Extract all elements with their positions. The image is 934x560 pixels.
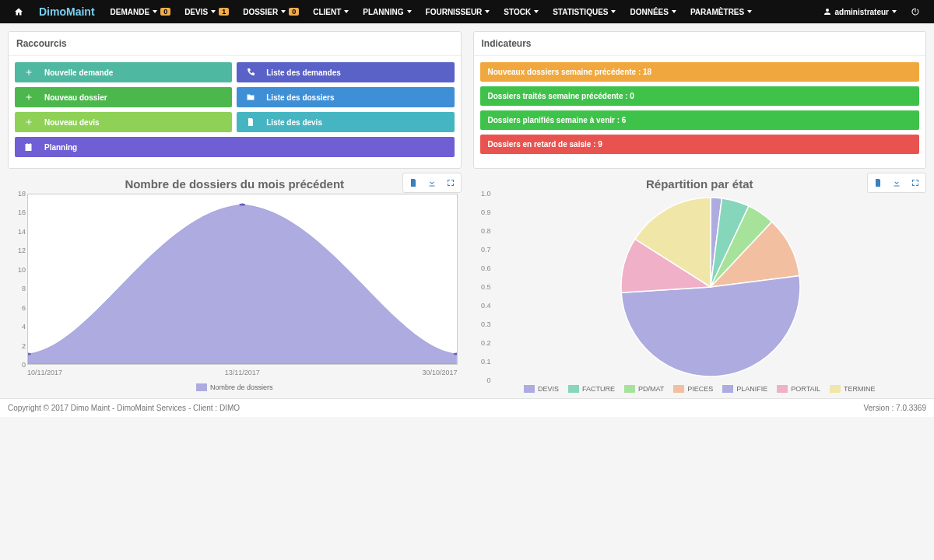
document-icon <box>243 117 258 127</box>
chart-toolbar <box>402 173 462 193</box>
nav-label: PARAMÈTRES <box>690 8 744 16</box>
plus-icon <box>21 117 37 127</box>
panel-body: Nouvelle demande Liste des demandes Nouv… <box>9 56 461 168</box>
btn-label: Liste des dossiers <box>266 93 334 102</box>
btn-label: Planning <box>44 143 77 152</box>
planning-button[interactable]: Planning <box>15 137 455 157</box>
nav-label: CLIENT <box>313 8 341 16</box>
plot <box>27 194 458 365</box>
nav-demande[interactable]: DEMANDE0 <box>104 0 177 23</box>
pie-plot-svg <box>520 194 878 380</box>
chevron-down-icon <box>407 10 412 13</box>
nav-badge: 0 <box>289 8 299 16</box>
chart-area: 024681012141618 10/11/2017 13/11/2017 30… <box>8 194 462 380</box>
btn-label: Liste des devis <box>266 118 322 127</box>
indicator-dossiers-planifies[interactable]: Dossiers planifiés semaine à venir : 6 <box>480 110 920 130</box>
nav-parametres[interactable]: PARAMÈTRES <box>684 0 758 23</box>
nav-label: DONNÉES <box>630 8 668 16</box>
fullscreen-button[interactable] <box>908 176 923 190</box>
chart-title: Répartition par état <box>473 173 927 194</box>
nav-badge: 1 <box>219 8 229 16</box>
area-plot-svg <box>28 194 457 364</box>
nav-fournisseur[interactable]: FOURNISSEUR <box>420 0 497 23</box>
pie-wrap: 00.10.20.30.40.50.60.70.80.91.0 <box>473 194 927 380</box>
liste-devis-button[interactable]: Liste des devis <box>237 112 454 132</box>
export-data-button[interactable] <box>870 176 886 190</box>
user-menu[interactable]: administrateur <box>816 0 903 23</box>
logo: DimoMaint <box>31 5 103 18</box>
logout-button[interactable] <box>904 0 926 23</box>
chevron-down-icon <box>344 10 349 13</box>
x-tick: 13/11/2017 <box>225 369 260 376</box>
panel-indicateurs: Indicateurs Nouveaux dossiers semaine pr… <box>473 31 927 169</box>
liste-dossiers-button[interactable]: Liste des dossiers <box>237 87 454 107</box>
footer: Copyright © 2017 Dimo Maint - DimoMaint … <box>0 398 934 417</box>
indicator-nouveaux-dossiers[interactable]: Nouveaux dossiers semaine précédente : 1… <box>480 62 920 82</box>
footer-version: Version : 7.0.3369 <box>863 404 926 412</box>
nav-client[interactable]: CLIENT <box>307 0 355 23</box>
nouveau-devis-button[interactable]: Nouveau devis <box>15 112 232 132</box>
nav-left: DimoMaint DEMANDE0 DEVIS1 DOSSIER0 CLIEN… <box>8 0 758 23</box>
indicator-dossiers-retard[interactable]: Dossiers en retard de saisie : 9 <box>480 135 920 154</box>
chevron-down-icon <box>892 10 897 13</box>
nav-donnees[interactable]: DONNÉES <box>623 0 682 23</box>
nav-badge: 0 <box>160 8 170 16</box>
chevron-down-icon <box>211 10 216 13</box>
svg-point-1 <box>239 204 245 206</box>
liste-demandes-button[interactable]: Liste des demandes <box>237 62 454 82</box>
chevron-down-icon <box>672 10 676 13</box>
nav-right: administrateur <box>816 0 926 23</box>
chevron-down-icon <box>281 10 286 13</box>
nav-devis[interactable]: DEVIS1 <box>178 0 235 23</box>
navbar: DimoMaint DEMANDE0 DEVIS1 DOSSIER0 CLIEN… <box>0 0 934 23</box>
fullscreen-button[interactable] <box>443 176 458 190</box>
chevron-down-icon <box>153 10 157 13</box>
panel-raccourcis: Raccourcis Nouvelle demande Liste des de… <box>8 31 462 169</box>
phone-icon <box>243 68 258 77</box>
plus-icon <box>21 68 37 77</box>
nav-label: FOURNISSEUR <box>426 8 483 16</box>
panel-body: Nouveaux dossiers semaine précédente : 1… <box>474 56 926 165</box>
nav-label: DEVIS <box>184 8 208 16</box>
panel-title: Raccourcis <box>9 32 461 56</box>
download-button[interactable] <box>424 176 440 190</box>
download-button[interactable] <box>889 176 904 190</box>
btn-label: Liste des demandes <box>266 68 341 77</box>
chart-legend: DEVISFACTUREPD/MATPIECESPLANIFIEPORTAILT… <box>473 380 927 394</box>
btn-label: Nouveau devis <box>44 118 100 127</box>
y-axis: 024681012141618 <box>8 194 27 365</box>
legend-swatch <box>196 383 207 391</box>
chart-row: Nombre de dossiers du mois précédent 024… <box>0 173 934 398</box>
main-grid: Raccourcis Nouvelle demande Liste des de… <box>0 23 934 173</box>
indicator-dossiers-traites[interactable]: Dossiers traités semaine précédente : 0 <box>480 86 920 106</box>
chart-dossiers-mois: Nombre de dossiers du mois précédent 024… <box>8 173 462 394</box>
nav-label: DEMANDE <box>111 8 150 16</box>
panel-title: Indicateurs <box>474 32 926 56</box>
chevron-down-icon <box>534 10 539 13</box>
chart-title: Nombre de dossiers du mois précédent <box>8 173 462 194</box>
nav-statistiques[interactable]: STATISTIQUES <box>546 0 622 23</box>
chevron-down-icon <box>611 10 616 13</box>
plus-icon <box>21 93 37 102</box>
folder-icon <box>243 93 258 102</box>
nav-label: DOSSIER <box>243 8 278 16</box>
nouvelle-demande-button[interactable]: Nouvelle demande <box>15 62 232 82</box>
nav-label: PLANNING <box>363 8 403 16</box>
user-label: administrateur <box>835 8 889 16</box>
btn-label: Nouveau dossier <box>44 93 107 102</box>
chart-legend: Nombre de dossiers <box>8 380 462 393</box>
chevron-down-icon <box>485 10 490 13</box>
nav-dossier[interactable]: DOSSIER0 <box>237 0 305 23</box>
calendar-icon <box>21 142 37 152</box>
y-axis: 00.10.20.30.40.50.60.70.80.91.0 <box>473 194 493 380</box>
export-data-button[interactable] <box>406 176 421 190</box>
footer-copyright: Copyright © 2017 Dimo Maint - DimoMaint … <box>8 404 240 412</box>
x-tick: 30/10/2017 <box>422 369 457 376</box>
btn-label: Nouvelle demande <box>44 68 113 77</box>
nav-stock[interactable]: STOCK <box>497 0 545 23</box>
nav-label: STATISTIQUES <box>553 8 608 16</box>
nav-planning[interactable]: PLANNING <box>356 0 417 23</box>
home-icon[interactable] <box>8 0 30 23</box>
nouveau-dossier-button[interactable]: Nouveau dossier <box>15 87 232 107</box>
legend-label: Nombre de dossiers <box>210 383 273 391</box>
